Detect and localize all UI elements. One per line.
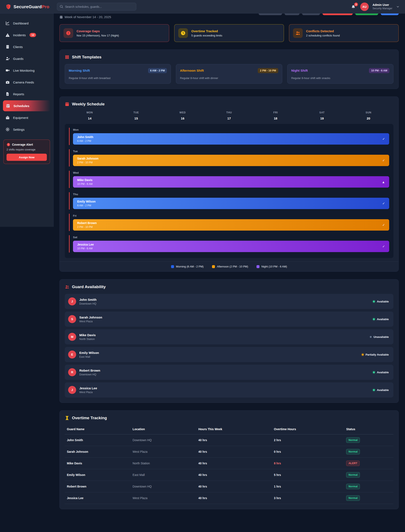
sidebar-item-incidents[interactable]: Incidents 12 [0,29,53,41]
template-card-morning[interactable]: Morning Shift 6 AM - 2 PM Regular 8-hour… [65,64,171,84]
chart-line-icon [6,21,10,25]
coverage-alert-card: Coverage Alert 2 shifts require coverage… [3,139,50,164]
shift-bar[interactable]: Emily Wilson 6 AM - 2 PM ✓ [73,198,389,209]
guard-avatar: J [68,386,76,394]
conflicts-detected-card[interactable]: Conflicts Detected 2 scheduling conflict… [289,24,399,42]
schedule-row-wed: Wed Mike Davis 10 PM - 6 AM ▲ [69,171,389,188]
user-name: Admin User [372,3,392,7]
template-name: Morning Shift [69,69,90,72]
guard-status: Available [373,388,389,392]
template-card-night[interactable]: Night Shift 10 PM - 6 AM Regular 8-hour … [287,64,393,84]
sidebar-item-guards[interactable]: Guards [0,53,53,65]
cell-status: Normal [344,446,393,458]
guard-name: Sarah Johnson [79,315,102,319]
guard-name: John Smith [79,298,97,302]
clock-icon [181,31,186,36]
alert-title: Overtime Tracked [191,29,222,33]
guard-status: Available [373,371,389,374]
cell-location: Downtown HQ [131,434,196,446]
notifications-button[interactable]: 3 [351,4,357,9]
guard-row[interactable]: J John Smith Downtown HQ Available [65,294,393,309]
shift-status-icon: ✓ [382,244,385,248]
incidents-count-badge: 12 [29,33,36,37]
schedule-row-tue: Tue Sarah Johnson 2 PM - 10 PM ✓ [69,149,389,166]
guard-location: West Plaza [79,320,102,323]
column-header: Overtime Hours [272,425,344,434]
cell-status: ALERT [344,458,393,469]
app-title: SecureGuardPro [14,4,49,9]
cell-status: Normal [344,492,393,504]
sidebar: Dashboard Incidents 12 Clients Guards Li… [0,13,54,227]
assign-now-button[interactable]: Assign Now [7,154,47,161]
table-row[interactable]: Jessica Lee West Plaza 40 hrs 3 hrs Norm… [65,492,393,504]
status-badge: Normal [346,437,360,443]
shift-status-icon: ✓ [382,223,385,227]
legend-swatch-morning [171,265,174,268]
table-row[interactable]: Sarah Johnson West Plaza 40 hrs 0 hrs No… [65,446,393,458]
guard-location: North Station [79,338,96,341]
alert-circle-icon [7,143,10,146]
template-name: Afternoon Shift [180,69,204,72]
schedule-row-mon: Mon John Smith 6 AM - 2 PM ✓ [69,128,389,145]
shift-time: 2 PM - 10 PM [77,225,97,229]
table-row[interactable]: John Smith Downtown HQ 40 hrs 2 hrs Norm… [65,434,393,446]
shift-bar[interactable]: Sarah Johnson 2 PM - 10 PM ✓ [73,155,389,166]
overtime-tracked-card[interactable]: Overtime Tracked 5 guards exceeding limi… [174,24,284,42]
guard-status: Unavailable [370,335,389,339]
schedule-row-sat: Sat Jessica Lee 10 PM - 6 AM ✓ [69,235,389,252]
table-row[interactable]: Mike Davis North Station 40 hrs 8 hrs AL… [65,458,393,469]
search-input[interactable] [57,3,136,11]
cell-overtime: 8 hrs [272,458,344,469]
sidebar-item-live-monitoring[interactable]: Live Monitoring [0,65,53,76]
guard-row[interactable]: J Jessica Lee West Plaza Available [65,382,393,398]
alert-subtitle: 2 scheduling conflicts found [306,34,340,37]
shift-guard-name: John Smith [77,135,93,139]
chevron-down-icon[interactable] [396,5,399,8]
template-card-afternoon[interactable]: Afternoon Shift 2 PM - 10 PM Regular 8-h… [176,64,282,84]
sidebar-item-clients[interactable]: Clients [0,41,53,53]
guard-row[interactable]: E Emily Wilson East Mall Partially Avail… [65,347,393,362]
cell-hours: 40 hrs [196,434,272,446]
sidebar-item-equipment[interactable]: Equipment [0,112,53,124]
sidebar-item-reports[interactable]: Reports [0,88,53,100]
coverage-gaps-card[interactable]: Coverage Gaps Nov 15 (Afternoon), Nov 17… [60,24,169,42]
cell-hours: 40 hrs [196,446,272,458]
column-header: Guard Name [65,425,131,434]
sidebar-item-label: Clients [13,45,23,49]
shift-bar[interactable]: Mike Davis 10 PM - 6 AM ▲ [73,176,389,188]
sidebar-item-camera-feeds[interactable]: Camera Feeds [0,76,53,88]
shift-bar[interactable]: Robert Brown 2 PM - 10 PM ✓ [73,219,389,230]
alert-subtitle: 5 guards exceeding limits [191,34,222,37]
day-header-row: MON14 TUE15 WED16 THU17 FRI18 SAT19 SUN2… [67,111,392,120]
users-icon [295,31,300,36]
guard-row[interactable]: S Sarah Johnson West Plaza Available [65,312,393,327]
guard-row[interactable]: M Mike Davis North Station Unavailable [65,329,393,344]
video-camera-icon [6,68,10,72]
table-row[interactable]: Emily Wilson East Mall 40 hrs 5 hrs Norm… [65,469,393,481]
section-title: Overtime Tracking [72,416,107,420]
sidebar-item-settings[interactable]: Settings [0,124,53,135]
shift-bar[interactable]: John Smith 6 AM - 2 PM ✓ [73,133,389,144]
sidebar-item-label: Reports [13,92,24,96]
avatar[interactable]: AU [360,3,369,11]
guard-avatar: R [68,368,76,376]
week-label: Week of November 14 - 20, 2025 [60,15,111,19]
guard-status: Partially Available [362,353,389,356]
template-description: Regular 8-hour shift with snacks [291,77,389,80]
section-title: Guard Availability [72,285,106,289]
guard-row[interactable]: R Robert Brown Downtown HQ Available [65,365,393,380]
day-column-header: SAT19 [299,111,345,120]
shift-guard-name: Sarah Johnson [77,157,99,160]
overtime-table: Guard Name Location Hours This Week Over… [65,425,393,504]
day-column-header: TUE15 [113,111,159,120]
sidebar-item-schedules[interactable]: Schedules [3,100,50,111]
row-day-label: Wed [73,171,389,174]
shift-guard-name: Robert Brown [77,221,97,225]
row-day-label: Fri [73,214,389,217]
document-icon [6,92,10,96]
table-row[interactable]: Robert Brown Downtown HQ 40 hrs 1 hrs No… [65,481,393,492]
alert-cards: Coverage Gaps Nov 15 (Afternoon), Nov 17… [60,24,399,42]
sidebar-item-dashboard[interactable]: Dashboard [0,17,53,29]
cell-hours: 40 hrs [196,469,272,481]
shift-bar[interactable]: Jessica Lee 10 PM - 6 AM ✓ [73,241,389,252]
